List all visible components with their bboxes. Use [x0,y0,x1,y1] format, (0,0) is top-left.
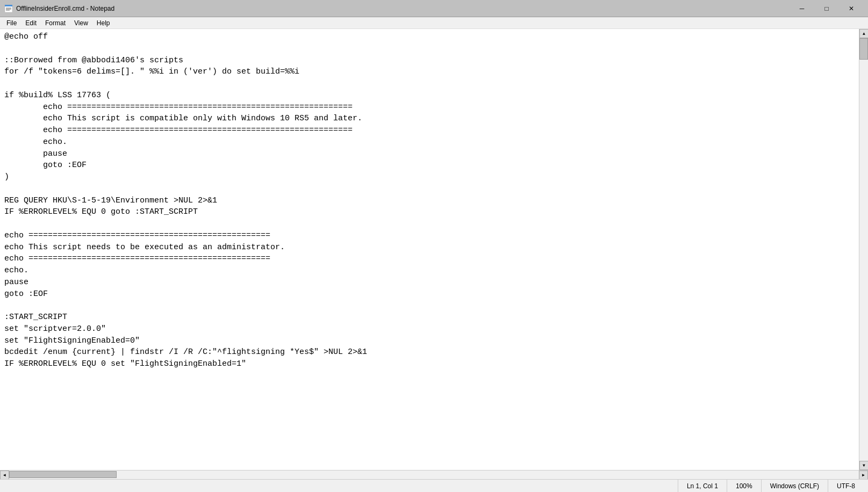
window-title: OfflineInsiderEnroll.cmd - Notepad [16,5,790,12]
menu-file[interactable]: File [2,18,21,28]
close-button[interactable]: ✕ [839,0,864,17]
editor-text[interactable]: @echo off ::Borrowed from @abbodi1406's … [4,31,855,370]
horizontal-scrollbar[interactable]: ◄ ► [0,470,868,479]
editor-container: @echo off ::Borrowed from @abbodi1406's … [0,29,868,470]
line-ending: Windows (CRLF) [761,480,828,492]
maximize-button[interactable]: □ [814,0,839,17]
vertical-scrollbar[interactable]: ▲ ▼ [859,29,868,470]
minimize-button[interactable]: ─ [790,0,814,17]
app-icon [4,4,13,13]
hscroll-thumb[interactable] [9,471,117,478]
scroll-track [859,38,868,461]
scroll-left-button[interactable]: ◄ [0,471,9,480]
svg-rect-1 [5,5,12,6]
editor-scroll-area[interactable]: @echo off ::Borrowed from @abbodi1406's … [0,29,859,470]
status-bar: Ln 1, Col 1 100% Windows (CRLF) UTF-8 [0,479,868,492]
menu-edit[interactable]: Edit [21,18,41,28]
menu-view[interactable]: View [70,18,92,28]
scroll-down-button[interactable]: ▼ [859,461,868,470]
window-controls: ─ □ ✕ [790,0,864,17]
title-bar: OfflineInsiderEnroll.cmd - Notepad ─ □ ✕ [0,0,868,17]
scroll-thumb[interactable] [859,38,868,60]
encoding: UTF-8 [828,480,864,492]
scroll-right-button[interactable]: ► [859,471,868,480]
menu-bar: File Edit Format View Help [0,17,868,29]
cursor-position: Ln 1, Col 1 [678,480,727,492]
scroll-up-button[interactable]: ▲ [859,29,868,38]
menu-help[interactable]: Help [92,18,114,28]
zoom-level: 100% [727,480,761,492]
hscroll-track [9,471,859,479]
menu-format[interactable]: Format [41,18,70,28]
